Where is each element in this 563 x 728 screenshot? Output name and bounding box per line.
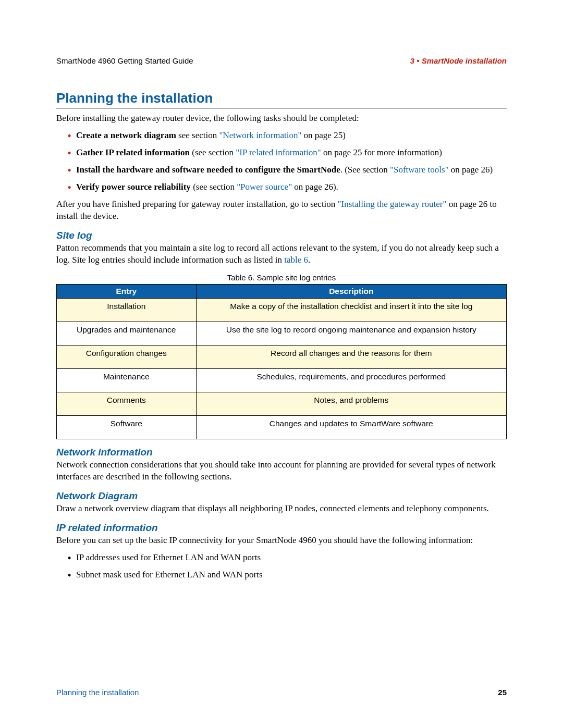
site-log-paragraph: Patton recommends that you maintain a si…: [56, 242, 507, 266]
table-row: Configuration changes Record all changes…: [57, 346, 507, 369]
list-item: Subnet mask used for Ethernet LAN and WA…: [68, 569, 507, 581]
table-row: Comments Notes, and problems: [57, 392, 507, 416]
cross-ref-link[interactable]: table 6: [284, 255, 308, 265]
cell-entry: Maintenance: [57, 369, 197, 392]
ip-info-list: IP addresses used for Ethernet LAN and W…: [56, 552, 507, 581]
cell-description: Changes and updates to SmartWare softwar…: [196, 416, 506, 439]
list-item: IP addresses used for Ethernet LAN and W…: [68, 552, 507, 564]
bullet-text: (see section: [191, 182, 237, 192]
cross-ref-link[interactable]: "IP related information": [236, 147, 321, 157]
after-bullets-paragraph: After you have finished preparing for ga…: [56, 199, 507, 223]
intro-paragraph: Before installing the gateway router dev…: [56, 113, 507, 125]
cell-entry: Upgrades and maintenance: [57, 322, 197, 346]
page-content: SmartNode 4960 Getting Started Guide 3 •…: [0, 0, 563, 618]
site-log-table: Entry Description Installation Make a co…: [56, 284, 507, 439]
cross-ref-link[interactable]: "Installing the gateway router": [338, 199, 447, 209]
list-item: Create a network diagram see section "Ne…: [68, 130, 507, 142]
network-diagram-paragraph: Draw a network overview diagram that dis…: [56, 503, 507, 515]
col-header-entry: Entry: [57, 285, 197, 299]
network-info-paragraph: Network connection considerations that y…: [56, 459, 507, 483]
ip-info-paragraph: Before you can set up the basic IP conne…: [56, 535, 507, 547]
header-right: 3 • SmartNode installation: [410, 56, 507, 65]
list-item: Verify power source reliability (see sec…: [68, 181, 507, 193]
cross-ref-link[interactable]: "Power source": [237, 182, 292, 192]
cell-description: Schedules, requirements, and procedures …: [196, 369, 506, 392]
cell-entry: Configuration changes: [57, 346, 197, 369]
table-row: Software Changes and updates to SmartWar…: [57, 416, 507, 439]
page-number: 25: [498, 688, 507, 697]
footer-left: Planning the installation: [56, 688, 139, 697]
section-heading-site-log: Site log: [56, 230, 507, 241]
running-footer: Planning the installation 25: [56, 688, 507, 697]
list-item: Gather IP related information (see secti…: [68, 147, 507, 159]
bullet-text: on page 26): [449, 165, 493, 175]
text: After you have finished preparing for ga…: [56, 199, 338, 209]
cell-entry: Software: [57, 416, 197, 439]
bullet-bold: Install the hardware and software needed…: [76, 165, 340, 175]
table-row: Upgrades and maintenance Use the site lo…: [57, 322, 507, 346]
cross-ref-link[interactable]: "Software tools": [390, 165, 449, 175]
page-title: Planning the installation: [56, 90, 507, 108]
cell-description: Make a copy of the installation checklis…: [196, 299, 506, 322]
cell-entry: Comments: [57, 392, 197, 416]
cell-description: Record all changes and the reasons for t…: [196, 346, 506, 369]
bullet-text: on page 25 for more information): [321, 147, 442, 157]
bullet-bold: Gather IP related information: [76, 147, 190, 157]
cell-description: Use the site log to record ongoing maint…: [196, 322, 506, 346]
table-header-row: Entry Description: [57, 285, 507, 299]
section-heading-network-diagram: Network Diagram: [56, 490, 507, 502]
bullet-text: on page 25): [301, 130, 346, 140]
section-heading-ip-info: IP related information: [56, 522, 507, 534]
bullet-text: (see section: [190, 147, 236, 157]
bullet-text: on page 26).: [292, 182, 338, 192]
cell-entry: Installation: [57, 299, 197, 322]
bullet-text: see section: [176, 130, 219, 140]
bullet-bold: Verify power source reliability: [76, 182, 191, 192]
cell-description: Notes, and problems: [196, 392, 506, 416]
col-header-description: Description: [196, 285, 506, 299]
running-header: SmartNode 4960 Getting Started Guide 3 •…: [56, 56, 507, 65]
bullet-text: . (See section: [340, 165, 390, 175]
text: Patton recommends that you maintain a si…: [56, 243, 499, 265]
table-caption: Table 6. Sample site log entries: [56, 273, 507, 282]
table-row: Maintenance Schedules, requirements, and…: [57, 369, 507, 392]
list-item: Install the hardware and software needed…: [68, 164, 507, 176]
cross-ref-link[interactable]: "Network information": [219, 130, 301, 140]
header-left: SmartNode 4960 Getting Started Guide: [56, 56, 193, 65]
text: .: [308, 255, 310, 265]
table-row: Installation Make a copy of the installa…: [57, 299, 507, 322]
bullet-bold: Create a network diagram: [76, 130, 176, 140]
section-heading-network-info: Network information: [56, 447, 507, 458]
task-list: Create a network diagram see section "Ne…: [56, 130, 507, 193]
